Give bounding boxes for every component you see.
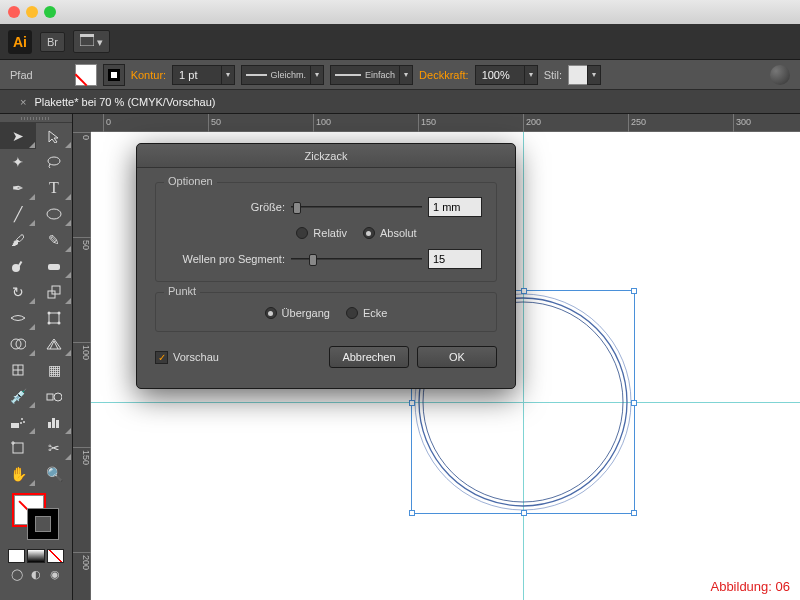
mesh-tool[interactable] xyxy=(0,357,36,383)
ellipse-tool[interactable] xyxy=(36,201,72,227)
document-tab-bar: × Plakette* bei 70 % (CMYK/Vorschau) xyxy=(0,90,800,114)
brush-definition-dropdown[interactable] xyxy=(399,65,413,85)
svg-rect-5 xyxy=(18,261,23,267)
perspective-grid-tool[interactable] xyxy=(36,331,72,357)
color-mode-solid[interactable] xyxy=(8,549,25,563)
graphic-style-swatch[interactable] xyxy=(568,65,588,85)
selection-handle[interactable] xyxy=(631,400,637,406)
rotate-tool[interactable]: ↻ xyxy=(0,279,36,305)
ruler-tick: 0 xyxy=(73,132,91,140)
fill-swatch[interactable] xyxy=(75,64,97,86)
bridge-button[interactable]: Br xyxy=(40,32,65,52)
gradient-tool[interactable]: ▦ xyxy=(36,357,72,383)
svg-rect-9 xyxy=(49,313,59,323)
svg-point-2 xyxy=(48,157,60,165)
draw-mode-normal[interactable]: ◯ xyxy=(8,567,25,581)
lasso-tool[interactable] xyxy=(36,149,72,175)
preview-checkbox-label: Vorschau xyxy=(173,351,219,363)
absolute-radio[interactable]: Absolut xyxy=(363,227,417,239)
vertical-ruler[interactable]: 0 50 100 150 200 xyxy=(73,132,91,600)
size-input[interactable]: 1 mm xyxy=(428,197,482,217)
zigzag-dialog: Zickzack Optionen Größe: 1 mm Relativ Ab… xyxy=(136,143,516,389)
width-tool[interactable] xyxy=(0,305,36,331)
ridges-input[interactable]: 15 xyxy=(428,249,482,269)
stroke-indicator[interactable] xyxy=(28,509,58,539)
tools-panel: ➤ ✦ ✒ T ╱ 🖌 ✎ ↻ ▦ 💉 ✂ ✋ 🔍 ◯ xyxy=(0,114,73,600)
blob-brush-tool[interactable] xyxy=(0,253,36,279)
column-graph-tool[interactable] xyxy=(36,409,72,435)
corner-radio[interactable]: Ecke xyxy=(346,307,387,319)
graphic-style-dropdown[interactable] xyxy=(587,65,601,85)
direct-selection-tool[interactable] xyxy=(36,123,72,149)
preview-checkbox[interactable]: ✓Vorschau xyxy=(155,351,219,364)
ridges-slider[interactable] xyxy=(291,252,422,266)
relative-radio[interactable]: Relativ xyxy=(296,227,347,239)
selection-tool[interactable]: ➤ xyxy=(0,123,36,149)
shape-builder-tool[interactable] xyxy=(0,331,36,357)
type-tool[interactable]: T xyxy=(36,175,72,201)
svg-point-22 xyxy=(21,418,23,420)
magic-wand-tool[interactable]: ✦ xyxy=(0,149,36,175)
svg-rect-27 xyxy=(56,420,59,428)
stroke-width-profile[interactable]: Gleichm. xyxy=(241,65,311,85)
draw-mode-behind[interactable]: ◐ xyxy=(27,567,44,581)
ruler-tick: 0 xyxy=(103,114,111,132)
document-setup-icon[interactable] xyxy=(770,65,790,85)
svg-point-20 xyxy=(54,393,62,401)
symbol-sprayer-tool[interactable] xyxy=(0,409,36,435)
svg-point-12 xyxy=(48,322,51,325)
slice-tool[interactable]: ✂ xyxy=(36,435,72,461)
size-label: Größe: xyxy=(170,201,285,213)
zoom-tool[interactable]: 🔍 xyxy=(36,461,72,487)
paintbrush-tool[interactable]: 🖌 xyxy=(0,227,36,253)
size-slider[interactable] xyxy=(291,200,422,214)
stroke-swatch[interactable] xyxy=(103,64,125,86)
maximize-window-button[interactable] xyxy=(44,6,56,18)
selection-handle[interactable] xyxy=(521,510,527,516)
selection-handle[interactable] xyxy=(521,288,527,294)
dialog-title[interactable]: Zickzack xyxy=(137,144,515,168)
brush-definition[interactable]: Einfach xyxy=(330,65,400,85)
ruler-tick: 200 xyxy=(73,552,91,570)
selection-handle[interactable] xyxy=(409,510,415,516)
window-titlebar xyxy=(0,0,800,24)
stroke-weight-input[interactable]: 1 pt xyxy=(172,65,222,85)
artboard-tool[interactable] xyxy=(0,435,36,461)
svg-point-13 xyxy=(58,322,61,325)
fill-stroke-indicator[interactable] xyxy=(6,493,66,543)
document-tab-title[interactable]: Plakette* bei 70 % (CMYK/Vorschau) xyxy=(34,96,215,108)
draw-mode-inside[interactable]: ◉ xyxy=(47,567,64,581)
blend-tool[interactable] xyxy=(36,383,72,409)
horizontal-ruler[interactable]: 0 50 100 150 200 250 300 xyxy=(91,114,800,132)
smooth-radio[interactable]: Übergang xyxy=(265,307,330,319)
tools-panel-handle[interactable] xyxy=(0,114,72,123)
opacity-input[interactable]: 100% xyxy=(475,65,525,85)
selection-handle[interactable] xyxy=(631,288,637,294)
close-window-button[interactable] xyxy=(8,6,20,18)
ok-button[interactable]: OK xyxy=(417,346,497,368)
pencil-tool[interactable]: ✎ xyxy=(36,227,72,253)
arrange-docs-button[interactable]: ▾ xyxy=(73,30,110,53)
ruler-tick: 50 xyxy=(73,237,91,250)
hand-tool[interactable]: ✋ xyxy=(0,461,36,487)
stroke-weight-dropdown[interactable] xyxy=(221,65,235,85)
ruler-tick: 200 xyxy=(523,114,541,132)
eyedropper-tool[interactable]: 💉 xyxy=(0,383,36,409)
svg-rect-21 xyxy=(11,423,19,428)
free-transform-tool[interactable] xyxy=(36,305,72,331)
scale-tool[interactable] xyxy=(36,279,72,305)
line-tool[interactable]: ╱ xyxy=(0,201,36,227)
ruler-tick: 250 xyxy=(628,114,646,132)
stroke-width-profile-dropdown[interactable] xyxy=(310,65,324,85)
svg-point-3 xyxy=(47,209,61,219)
pen-tool[interactable]: ✒ xyxy=(0,175,36,201)
color-mode-none[interactable] xyxy=(47,549,64,563)
close-tab-button[interactable]: × xyxy=(20,96,26,108)
color-mode-gradient[interactable] xyxy=(27,549,44,563)
opacity-dropdown[interactable] xyxy=(524,65,538,85)
minimize-window-button[interactable] xyxy=(26,6,38,18)
selection-handle[interactable] xyxy=(409,400,415,406)
selection-handle[interactable] xyxy=(631,510,637,516)
eraser-tool[interactable] xyxy=(36,253,72,279)
cancel-button[interactable]: Abbrechen xyxy=(329,346,409,368)
